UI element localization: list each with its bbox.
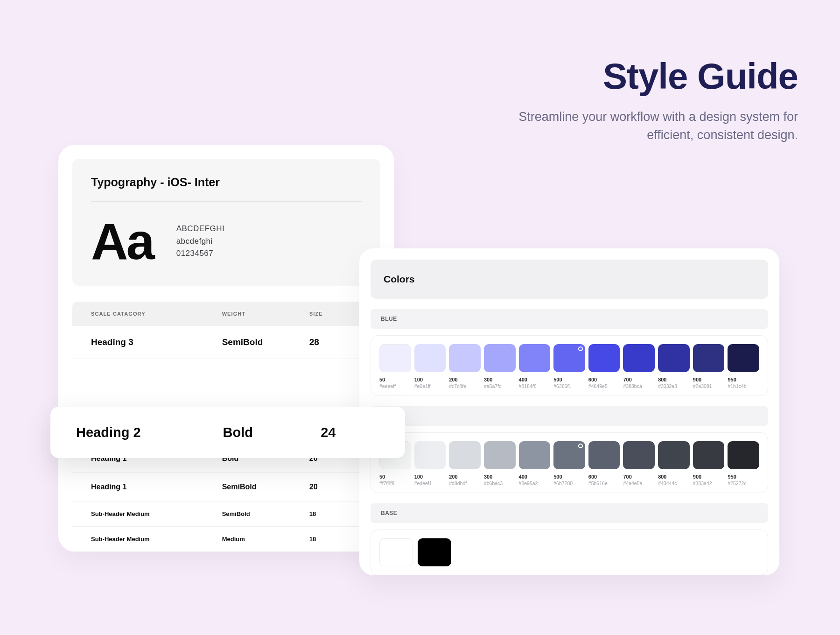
swatch-step: 950 [728, 474, 759, 480]
swatch-step: 600 [588, 377, 620, 382]
color-swatch: 200#c7c8fe [449, 344, 481, 389]
swatch-chip [693, 441, 725, 469]
swatch-hex: #8e95a2 [519, 480, 551, 486]
swatch-hex: #25272c [728, 480, 759, 486]
typography-card: Typography - iOS- Inter Aa ABCDEFGHI abc… [58, 145, 394, 552]
primary-marker-icon [578, 444, 583, 448]
swatch-step: 900 [693, 474, 725, 480]
color-swatch: 400#8e95a2 [519, 441, 551, 486]
swatch-group-blue: 50#eeeeff100#e0e1ff200#c7c8fe300#a5a7fc4… [371, 335, 768, 396]
swatch-hex: #eeeeff [379, 383, 411, 389]
swatch-step: 700 [623, 474, 655, 480]
swatch-chip [379, 344, 411, 372]
highlighted-type-row: Heading 2 Bold 24 [50, 407, 405, 458]
swatch-step: 500 [553, 474, 585, 480]
color-category-label: BASE [371, 503, 768, 523]
swatch-step: 300 [484, 474, 516, 480]
swatch-step: 100 [414, 377, 446, 382]
swatch-hex: #4a4e5a [623, 480, 655, 486]
swatch-step: 800 [658, 474, 690, 480]
swatch-chip [658, 441, 690, 469]
swatch-chip [519, 344, 551, 372]
swatch-chip [693, 344, 725, 372]
swatch-hex: #d8dbdf [449, 480, 481, 486]
swatch-chip [588, 344, 620, 372]
swatch-hex: #2e3081 [693, 383, 725, 389]
color-swatch: 700#383bca [623, 344, 655, 389]
table-row: Heading 3 SemiBold 28 [72, 326, 380, 359]
color-swatch: 100#edeef1 [414, 441, 446, 486]
swatch-hex: #6366f1 [553, 383, 585, 389]
swatch-chip [414, 441, 446, 469]
color-swatch: 500#6366f1 [553, 344, 585, 389]
table-row: Heading 1 SemiBold 20 [72, 473, 380, 501]
col-weight: WEIGHT [222, 311, 309, 317]
color-swatch: 400#8184f8 [519, 344, 551, 389]
col-scale: SCALE CATAGORY [91, 311, 222, 317]
swatch-group-grey: 50#f7f8f8100#edeef1200#d8dbdf300#b6bac34… [371, 432, 768, 493]
swatch-chip [484, 441, 516, 469]
color-swatch: 900#383a42 [693, 441, 725, 486]
swatch-hex: #b6bac3 [484, 480, 516, 486]
swatch-chip [449, 344, 481, 372]
swatch-chip [623, 344, 655, 372]
color-swatch: 800#3032a3 [658, 344, 690, 389]
colors-title: Colors [371, 260, 768, 299]
primary-marker-icon [578, 346, 583, 351]
typography-title: Typography - iOS- Inter [91, 176, 362, 189]
swatch-step: 400 [519, 474, 551, 480]
page-title: Style Guide [518, 55, 798, 98]
hero-header: Style Guide Streamline your workflow wit… [518, 55, 798, 144]
table-row: Sub-Header Medium SemiBold 18 [72, 501, 380, 527]
swatch-hex: #383a42 [693, 480, 725, 486]
swatch-step: 200 [449, 474, 481, 480]
divider [91, 201, 362, 202]
col-size: SIZE [309, 311, 362, 317]
swatch-hex: #e0e1ff [414, 383, 446, 389]
color-swatch: 500#6b7280 [553, 441, 585, 486]
color-swatch: 700#4a4e5a [623, 441, 655, 486]
swatch-chip [728, 344, 759, 372]
swatch-hex: #4649e5 [588, 383, 620, 389]
color-swatch: 950#25272c [728, 441, 759, 486]
swatch-chip [414, 344, 446, 372]
type-specimen: Aa [91, 216, 153, 267]
colors-card: Colors BLUE 50#eeeeff100#e0e1ff200#c7c8f… [359, 248, 779, 575]
swatch-chip [728, 441, 759, 469]
swatch-hex: #5b616e [588, 480, 620, 486]
swatch-hex: #40444c [658, 480, 690, 486]
highlight-spacer [72, 359, 380, 411]
swatch-black [418, 538, 451, 566]
color-swatch: 900#2e3081 [693, 344, 725, 389]
swatch-chip [623, 441, 655, 469]
color-swatch: 600#5b616e [588, 441, 620, 486]
swatch-hex: #c7c8fe [449, 383, 481, 389]
swatch-step: 900 [693, 377, 725, 382]
color-swatch: 950#1b1c4b [728, 344, 759, 389]
swatch-hex: #f7f8f8 [379, 480, 411, 486]
swatch-step: 50 [379, 377, 411, 382]
highlight-name: Heading 2 [76, 425, 223, 440]
color-category-label: GREY [371, 406, 768, 426]
swatch-hex: #8184f8 [519, 383, 551, 389]
table-header: SCALE CATAGORY WEIGHT SIZE [72, 302, 380, 326]
swatch-hex: #1b1c4b [728, 383, 759, 389]
swatch-step: 600 [588, 474, 620, 480]
typography-hero: Typography - iOS- Inter Aa ABCDEFGHI abc… [72, 159, 380, 286]
swatch-step: 200 [449, 377, 481, 382]
swatch-white [379, 538, 413, 566]
table-row: Sub-Header Medium Medium 18 [72, 527, 380, 552]
swatch-chip [449, 441, 481, 469]
swatch-hex: #a5a7fc [484, 383, 516, 389]
color-swatch: 300#a5a7fc [484, 344, 516, 389]
swatch-chip [658, 344, 690, 372]
swatch-step: 100 [414, 474, 446, 480]
swatch-step: 300 [484, 377, 516, 382]
swatch-group-base [371, 529, 768, 575]
swatch-chip [519, 441, 551, 469]
swatch-chip [588, 441, 620, 469]
swatch-step: 800 [658, 377, 690, 382]
color-swatch: 300#b6bac3 [484, 441, 516, 486]
highlight-size: 24 [321, 425, 379, 440]
swatch-step: 950 [728, 377, 759, 382]
